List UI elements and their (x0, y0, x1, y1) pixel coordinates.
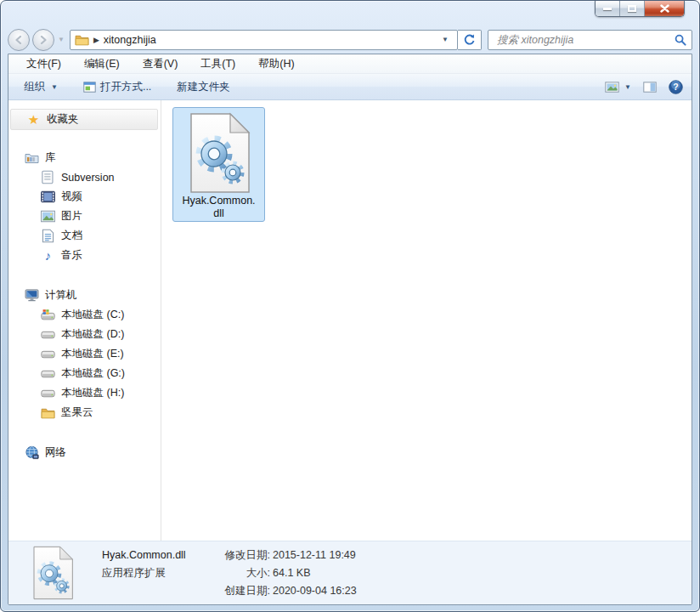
maximize-icon (628, 5, 636, 12)
menu-bar: 文件(F) 编辑(E) 查看(V) 工具(T) 帮助(H) (8, 54, 692, 74)
content-area: ★ 收藏夹 库 Sub (8, 100, 692, 541)
organize-label: 组织 (24, 80, 45, 94)
details-grid: Hyak.Common.dll 修改日期: 2015-12-11 19:49 应… (102, 548, 357, 598)
star-icon: ★ (26, 112, 41, 127)
music-label: 音乐 (61, 248, 82, 263)
favorites-label: 收藏夹 (47, 112, 79, 127)
breadcrumb-arrow-icon[interactable]: ▶ (93, 36, 99, 44)
sidebar-favorites[interactable]: ★ 收藏夹 (10, 109, 158, 130)
breadcrumb-path[interactable]: xitongzhijia (104, 34, 156, 46)
details-size-label: 大小: (212, 566, 270, 581)
computer-label: 计算机 (45, 288, 77, 303)
sidebar-item-drive-d[interactable]: 本地磁盘 (D:) (8, 325, 161, 344)
navigation-bar: ▼ ▶ xitongzhijia ▼ (8, 26, 692, 54)
sidebar-item-libraries[interactable]: 库 (8, 148, 161, 167)
details-size-value: 64.1 KB (273, 567, 357, 579)
videos-label: 视频 (61, 190, 82, 204)
file-item-hyak-common-dll[interactable]: Hyak.Common. dll (172, 107, 265, 222)
new-folder-label: 新建文件夹 (177, 80, 230, 94)
sidebar-item-network[interactable]: 网络 (8, 443, 161, 462)
refresh-icon (463, 33, 476, 46)
client-area: 文件(F) 编辑(E) 查看(V) 工具(T) 帮助(H) 组织 ▼ 打开方式.… (8, 54, 692, 605)
sidebar-item-drive-h[interactable]: 本地磁盘 (H:) (8, 383, 161, 403)
search-input[interactable] (495, 33, 675, 47)
libraries-label: 库 (45, 150, 56, 165)
help-icon: ? (669, 80, 683, 94)
sidebar-item-music[interactable]: ♪ 音乐 (8, 246, 161, 265)
folder-icon (41, 405, 55, 420)
refresh-button[interactable] (458, 30, 482, 50)
menu-file[interactable]: 文件(F) (26, 57, 61, 71)
forward-arrow-icon (39, 36, 48, 44)
menu-tools[interactable]: 工具(T) (200, 57, 235, 71)
address-bar[interactable]: ▶ xitongzhijia ▼ (70, 30, 458, 50)
details-pane: Hyak.Common.dll 修改日期: 2015-12-11 19:49 应… (8, 541, 692, 604)
sidebar-item-videos[interactable]: 视频 (8, 187, 161, 207)
documents-label: 文档 (61, 229, 82, 243)
close-icon (660, 4, 669, 13)
drive-d-label: 本地磁盘 (D:) (61, 327, 124, 342)
menu-help[interactable]: 帮助(H) (258, 57, 294, 71)
subversion-label: Subversion (61, 172, 115, 184)
details-file-type: 应用程序扩展 (102, 566, 210, 581)
drive-icon (41, 347, 55, 361)
toolbar-right-group: ▼ ? (605, 80, 683, 94)
forward-button[interactable] (32, 29, 54, 51)
views-icon (605, 82, 619, 93)
dll-file-icon (186, 112, 252, 194)
sidebar-item-documents[interactable]: 文档 (8, 226, 161, 246)
search-icon[interactable] (675, 34, 686, 46)
drive-icon (41, 366, 55, 381)
preview-pane-button[interactable] (643, 82, 657, 93)
sidebar-item-pictures[interactable]: 图片 (8, 207, 161, 226)
maximize-button[interactable] (620, 1, 645, 16)
organize-button[interactable]: 组织 ▼ (24, 80, 58, 94)
video-icon (41, 190, 55, 204)
details-created-label: 创建日期: (212, 584, 270, 598)
svg-text:?: ? (673, 82, 678, 92)
help-button[interactable]: ? (669, 80, 683, 94)
address-dropdown-icon[interactable]: ▼ (437, 36, 454, 43)
change-view-button[interactable]: ▼ (605, 82, 631, 93)
libraries-icon (25, 150, 39, 165)
details-file-name: Hyak.Common.dll (102, 549, 210, 561)
file-name-label: Hyak.Common. dll (182, 195, 255, 220)
minimize-icon (603, 8, 612, 10)
file-name-line2: dll (182, 207, 255, 220)
network-label: 网络 (45, 445, 66, 460)
dll-file-icon (31, 546, 75, 600)
navigation-pane: ★ 收藏夹 库 Sub (8, 100, 161, 541)
open-with-button[interactable]: 打开方式... (83, 80, 151, 94)
new-folder-button[interactable]: 新建文件夹 (177, 80, 230, 94)
file-list-area[interactable]: Hyak.Common. dll (161, 100, 692, 541)
sidebar-item-drive-e[interactable]: 本地磁盘 (E:) (8, 344, 161, 364)
command-toolbar: 组织 ▼ 打开方式... 新建文件夹 (8, 74, 692, 100)
drive-c-label: 本地磁盘 (C:) (61, 308, 124, 322)
computer-icon (25, 288, 39, 303)
search-box (488, 30, 692, 50)
caption-button-group (595, 1, 685, 17)
minimize-button[interactable] (596, 1, 620, 16)
sidebar-item-computer[interactable]: 计算机 (8, 286, 161, 305)
drive-icon (41, 386, 55, 400)
sidebar-item-drive-c[interactable]: 本地磁盘 (C:) (8, 305, 161, 325)
explorer-window: ▼ ▶ xitongzhijia ▼ 文件(F) 编辑(E) (0, 0, 700, 612)
sidebar-item-drive-g[interactable]: 本地磁盘 (G:) (8, 364, 161, 383)
network-icon (25, 445, 39, 460)
back-button[interactable] (8, 29, 30, 51)
file-name-line1: Hyak.Common. (182, 195, 255, 207)
details-modified-label: 修改日期: (212, 548, 270, 563)
library-folder-icon (41, 170, 55, 184)
close-button[interactable] (645, 1, 684, 16)
open-with-icon (83, 82, 96, 93)
preview-pane-icon (643, 82, 657, 93)
menu-view[interactable]: 查看(V) (143, 57, 178, 71)
menu-edit[interactable]: 编辑(E) (84, 57, 120, 71)
sidebar-item-subversion[interactable]: Subversion (8, 167, 161, 187)
sidebar-item-nutstore[interactable]: 坚果云 (8, 403, 161, 422)
folder-icon (75, 32, 89, 47)
drive-g-label: 本地磁盘 (G:) (61, 366, 125, 381)
open-with-label: 打开方式... (100, 80, 151, 94)
recent-pages-dropdown[interactable]: ▼ (58, 36, 65, 43)
details-modified-value: 2015-12-11 19:49 (273, 549, 357, 561)
